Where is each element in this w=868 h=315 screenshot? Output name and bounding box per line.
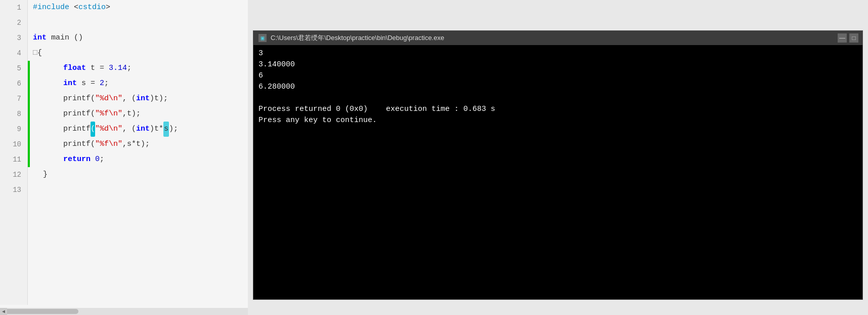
line-numbers: 1 2 3 4 5 6 7 8 9 10 11 12 13 bbox=[0, 0, 28, 305]
terminal-body[interactable]: 3 3.140000 6 6.280000 Process returned 0… bbox=[253, 45, 862, 299]
terminal-controls: — □ bbox=[838, 33, 858, 43]
code-line-11: return 0; bbox=[33, 152, 248, 167]
terminal-line-6: Process returned 0 (0x0) execution time … bbox=[258, 104, 857, 115]
code-line-3: int main () bbox=[33, 30, 248, 46]
terminal-line-7: Press any key to continue. bbox=[258, 115, 857, 126]
terminal-window[interactable]: ▣ C:\Users\君若绶年\Desktop\practice\bin\Deb… bbox=[253, 30, 863, 300]
code-content[interactable]: #include <cstdio> int main () □{ float t… bbox=[28, 0, 248, 305]
terminal-line-1: 3 bbox=[258, 48, 857, 59]
editor-background: 1 2 3 4 5 6 7 8 9 10 11 12 13 #include <… bbox=[0, 0, 248, 315]
editor-scrollbar[interactable]: ◀ bbox=[0, 308, 248, 315]
code-line-1: #include <cstdio> bbox=[33, 0, 248, 15]
code-line-10: printf("%f\n",s*t); bbox=[33, 137, 248, 152]
terminal-line-3: 6 bbox=[258, 70, 857, 82]
code-line-4: □{ bbox=[33, 46, 248, 61]
terminal-title: C:\Users\君若绶年\Desktop\practice\bin\Debug… bbox=[271, 33, 857, 43]
minimize-button[interactable]: — bbox=[838, 33, 847, 43]
code-line-8: printf("%f\n",t); bbox=[33, 106, 248, 122]
code-line-9: printf("%d\n", (int)t*s); bbox=[33, 122, 248, 137]
code-area[interactable]: 1 2 3 4 5 6 7 8 9 10 11 12 13 #include <… bbox=[0, 0, 248, 305]
code-line-6: int s = 2; bbox=[33, 76, 248, 91]
scroll-left-arrow[interactable]: ◀ bbox=[0, 308, 7, 315]
right-panel: ▣ C:\Users\君若绶年\Desktop\practice\bin\Deb… bbox=[248, 0, 868, 315]
gray-bottom-area bbox=[248, 300, 868, 315]
scrollbar-thumb[interactable] bbox=[3, 309, 78, 314]
code-line-7: printf("%d\n", (int)t); bbox=[33, 91, 248, 106]
terminal-line-5 bbox=[258, 93, 857, 104]
terminal-icon: ▣ bbox=[258, 34, 267, 42]
code-line-2 bbox=[33, 15, 248, 30]
terminal-line-4: 6.280000 bbox=[258, 82, 857, 93]
code-line-5: float t = 3.14; bbox=[33, 61, 248, 76]
editor-panel: 1 2 3 4 5 6 7 8 9 10 11 12 13 #include <… bbox=[0, 0, 248, 315]
maximize-button[interactable]: □ bbox=[849, 33, 858, 43]
code-line-12: } bbox=[33, 167, 248, 182]
code-line-13 bbox=[33, 182, 248, 198]
terminal-line-2: 3.140000 bbox=[258, 59, 857, 70]
terminal-titlebar: ▣ C:\Users\君若绶年\Desktop\practice\bin\Deb… bbox=[253, 31, 862, 45]
